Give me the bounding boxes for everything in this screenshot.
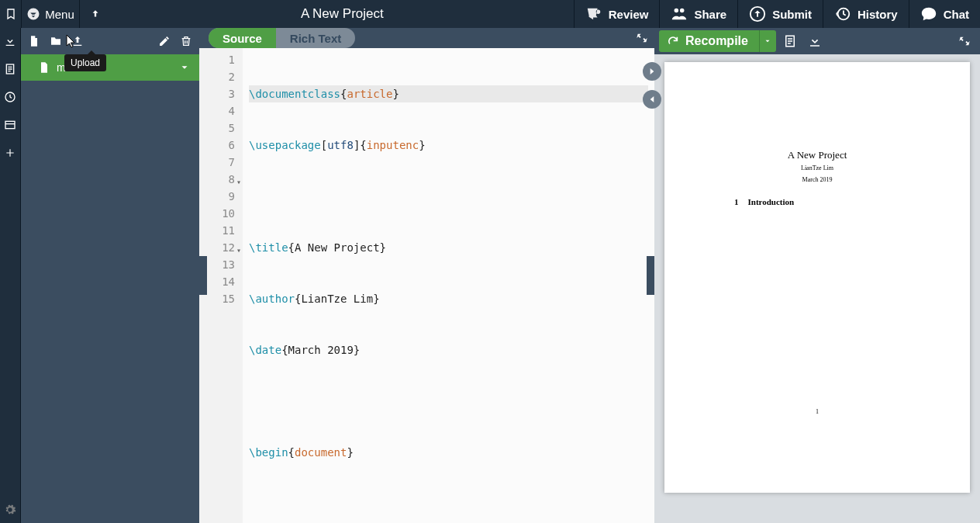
file-icon [38, 61, 50, 74]
menu-label: Menu [45, 8, 74, 21]
topbar: Menu A New Project Review Share Submit H… [0, 0, 980, 28]
recompile-button[interactable]: Recompile [659, 30, 776, 52]
preview-toolbar: Recompile [654, 28, 980, 54]
preview-column: Recompile A New Project LianTze Lim Marc… [654, 28, 980, 523]
plus-icon[interactable] [0, 144, 21, 161]
chevron-down-icon[interactable] [179, 62, 190, 73]
pdf-page-number: 1 [664, 408, 970, 415]
collapse-preview-handle[interactable] [647, 256, 654, 295]
code-editor[interactable]: 1 2 3 4 5 6 7 8▾ 9 10 11 12▾ 13 14 15 \d… [199, 48, 654, 523]
delete-icon[interactable] [178, 33, 195, 50]
menu-button[interactable]: Menu [21, 0, 80, 28]
svg-point-1 [680, 9, 685, 13]
rename-icon[interactable] [156, 33, 173, 50]
editor-mode-toggle: Source Rich Text [209, 28, 355, 48]
project-title: A New Project [111, 0, 574, 28]
logs-icon[interactable] [779, 30, 801, 52]
left-rail [0, 28, 21, 523]
submit-button[interactable]: Submit [737, 0, 823, 28]
download-pdf-icon[interactable] [804, 30, 826, 52]
tab-source[interactable]: Source [209, 28, 276, 48]
bookmark-icon[interactable] [0, 0, 21, 28]
pdf-date: March 2019 [664, 176, 970, 183]
tooltip: Upload [64, 54, 106, 71]
collapse-filetree-handle[interactable] [199, 256, 207, 295]
new-folder-icon[interactable] [47, 33, 64, 50]
editor-column: Source Rich Text 1 2 3 4 5 6 7 8▾ 9 10 1… [199, 28, 654, 523]
mouse-cursor-icon [66, 34, 78, 50]
pdf-title: A New Project [664, 149, 970, 161]
svg-point-0 [675, 9, 679, 13]
back-icon[interactable] [80, 0, 111, 28]
code-area[interactable]: \documentclass{article} \usepackage[utf8… [243, 48, 654, 523]
sync-to-code-icon[interactable] [643, 90, 661, 109]
review-button[interactable]: Review [574, 0, 660, 28]
gear-icon[interactable] [0, 501, 21, 518]
editor-toolbar: Source Rich Text [199, 28, 654, 48]
history-button[interactable]: History [823, 0, 909, 28]
main: Upload main.tex Source Rich Text [0, 28, 980, 523]
filetree: Upload main.tex [21, 28, 199, 523]
expand-preview-icon[interactable] [954, 30, 975, 52]
pdf-section: 1Introduction [734, 197, 794, 206]
file-item-main[interactable]: main.tex [21, 54, 199, 81]
file-list: main.tex [21, 54, 199, 523]
filetree-toolbar: Upload [21, 28, 199, 54]
download-icon[interactable] [0, 33, 21, 50]
clock-icon[interactable] [0, 88, 21, 106]
svg-rect-6 [5, 121, 15, 128]
share-button[interactable]: Share [659, 0, 737, 28]
fold-icon[interactable]: ▾ [236, 242, 241, 259]
expand-editor-icon[interactable] [636, 32, 648, 44]
pdf-page: A New Project LianTze Lim March 2019 1In… [664, 62, 970, 493]
pdf-viewer[interactable]: A New Project LianTze Lim March 2019 1In… [654, 54, 980, 523]
tab-richtext[interactable]: Rich Text [276, 28, 355, 48]
fold-icon[interactable]: ▾ [236, 174, 241, 191]
new-file-icon[interactable] [26, 33, 43, 50]
sidebar-doc-icon[interactable] [0, 61, 21, 78]
panel-icon[interactable] [0, 116, 21, 133]
pdf-author: LianTze Lim [664, 165, 970, 171]
recompile-dropdown-icon[interactable] [759, 30, 776, 52]
sync-to-pdf-icon[interactable] [643, 62, 661, 81]
chat-button[interactable]: Chat [909, 0, 980, 28]
